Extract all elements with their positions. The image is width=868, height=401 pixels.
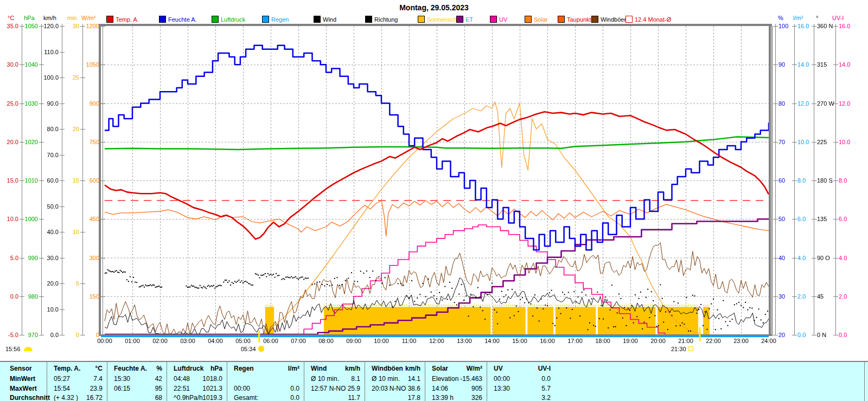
table-cell: 11.7 — [301, 394, 360, 401]
tick-label-kmh: 110.0 — [40, 49, 59, 55]
time-label: 24:00 — [757, 338, 780, 344]
table-cell: 42 — [103, 375, 162, 383]
tick-label-hPa: 980 — [20, 293, 38, 300]
tick-label-Wm2: 1050 — [81, 61, 99, 68]
tick-label-pct: 50 — [778, 216, 785, 222]
tick-label-deg: 180 S — [817, 177, 833, 184]
table-cell: Regen — [234, 365, 254, 373]
tick-label-deg: 90 O — [817, 255, 830, 261]
tick-label-UVI: 6.0 — [839, 216, 847, 222]
table-cell: 95 — [103, 385, 162, 393]
time-label: 09:00 — [342, 338, 365, 344]
time-label: 19:00 — [619, 338, 642, 344]
time-label: 22:00 — [702, 338, 725, 344]
tick-label-C: 20.0 — [0, 139, 18, 145]
table-cell: UV-I — [513, 365, 551, 373]
tick-label-deg: 0 N — [817, 332, 826, 338]
tick-label-lm2: 0.0 — [797, 332, 806, 338]
time-label: 14:00 — [481, 338, 503, 344]
table-cell: °C — [65, 365, 103, 373]
tick-label-kmh: 100.0 — [40, 74, 59, 81]
sun-low-icon — [24, 347, 33, 351]
tick-label-lm2: 12.0 — [797, 100, 809, 107]
table-cell: 0.0 — [491, 375, 551, 383]
table-cell: 8.1 — [301, 375, 360, 383]
time-label: 06:00 — [259, 338, 282, 344]
table-cell: MinWert — [10, 375, 35, 383]
tick-label-pct: 70 — [778, 139, 785, 145]
tick-label-UVI: 16.0 — [839, 23, 850, 29]
tick-label-deg: 45 — [817, 293, 824, 300]
time-label: 21:00 — [674, 338, 697, 344]
table-separator — [487, 362, 487, 401]
table-cell: km/h — [322, 365, 360, 373]
time-label: 17:00 — [564, 338, 586, 344]
sunrise-marker: 05:34 — [241, 346, 264, 352]
tick-label-UVI: 10.0 — [839, 139, 850, 145]
tick-label-pct: 40 — [778, 255, 785, 261]
table-cell: 23.9 — [43, 385, 103, 393]
tick-label-lm2: 2.0 — [797, 293, 806, 300]
tick-label-deg: 225 — [817, 139, 827, 145]
time-label: 16:00 — [536, 338, 559, 344]
tick-label-lm2: 14.0 — [797, 61, 809, 68]
tick-label-kmh: 30.0 — [40, 255, 59, 261]
tick-label-Wm2: 1200 — [81, 23, 99, 29]
table-cell: W/m² — [444, 365, 482, 373]
tick-label-UVI: 12.0 — [839, 100, 850, 107]
tick-label-pct: 30 — [778, 293, 785, 300]
tick-label-kmh: 0.0 — [40, 332, 59, 338]
table-cell: N-NO 38.6 — [361, 385, 420, 393]
tick-label-UVI: 2.0 — [839, 293, 847, 300]
tick-label-UVI: 14.0 — [839, 61, 850, 68]
tick-label-hPa: 1010 — [20, 177, 38, 184]
tick-label-kmh: 120.0 — [40, 23, 59, 29]
clock-time: 15:56 — [5, 346, 21, 352]
tick-label-kmh: 90.0 — [40, 100, 59, 107]
tick-label-hPa: 1030 — [20, 100, 38, 107]
sunset-marker: 21:30 — [671, 346, 693, 352]
tick-label-min: 25 — [61, 74, 79, 81]
table-cell: 17.8 — [361, 394, 420, 401]
tick-label-Wm2: 150 — [81, 293, 99, 300]
tick-label-min: 15 — [61, 177, 79, 184]
table-cell: Sensor — [10, 365, 32, 373]
time-label: 05:00 — [232, 338, 254, 344]
tick-label-min: 5 — [61, 280, 79, 287]
tick-label-kmh: 40.0 — [40, 229, 59, 235]
tick-label-kmh: 60.0 — [40, 177, 59, 184]
time-label: 07:00 — [287, 338, 310, 344]
weather-day-graph: Montag, 29.05.2023 Temp. A.Feuchte A.Luf… — [0, 0, 868, 401]
tick-label-deg: 315 — [817, 61, 827, 68]
chart-canvas — [0, 0, 868, 358]
time-label: 12:00 — [425, 338, 448, 344]
table-cell: 68 — [103, 394, 162, 401]
tick-label-C: 35.0 — [0, 23, 18, 29]
time-label: 23:00 — [730, 338, 752, 344]
table-cell: N-NO 25.9 — [301, 385, 360, 393]
tick-label-pct: 60 — [778, 177, 785, 184]
tick-label-lm2: 6.0 — [797, 216, 806, 222]
table-cell: 905 — [423, 385, 482, 393]
table-separator — [864, 362, 865, 401]
tick-label-lm2: 8.0 — [797, 177, 806, 184]
tick-label-pct: 80 — [778, 100, 785, 107]
tick-label-deg: 270 W — [817, 100, 834, 107]
table-cell: 1019.3 — [163, 394, 222, 401]
clock-readout: 15:56 — [5, 346, 33, 352]
sunrise-time: 05:34 — [241, 346, 256, 352]
table-cell: UV — [494, 365, 503, 373]
tick-label-kmh: 10.0 — [40, 306, 59, 313]
table-cell: l/m² — [261, 365, 299, 373]
tick-label-Wm2: 450 — [81, 216, 99, 222]
table-cell: 0.0 — [240, 385, 299, 393]
tick-label-kmh: 50.0 — [40, 203, 59, 210]
time-label: 01:00 — [121, 338, 144, 344]
tick-label-UVI: 4.0 — [839, 255, 847, 261]
table-separator — [227, 362, 227, 401]
time-label: 08:00 — [315, 338, 337, 344]
tick-label-kmh: 70.0 — [40, 152, 59, 158]
tick-label-min: 20 — [61, 126, 79, 132]
tick-label-hPa: 970 — [20, 332, 38, 338]
tick-label-kmh: 20.0 — [40, 280, 59, 287]
